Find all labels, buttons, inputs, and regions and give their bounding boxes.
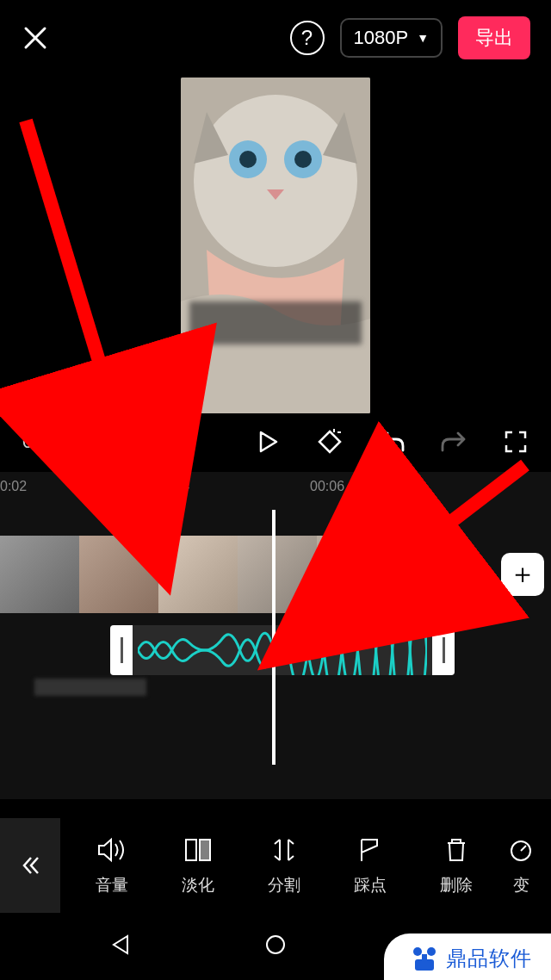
help-button[interactable]: ?	[290, 21, 325, 55]
tool-delete[interactable]: 删除	[413, 834, 499, 896]
tool-volume[interactable]: 音量	[69, 834, 155, 896]
nav-home[interactable]	[263, 933, 288, 960]
question-icon: ?	[301, 26, 313, 50]
tool-beat[interactable]: 踩点	[327, 834, 413, 896]
tool-split[interactable]: 分割	[241, 834, 327, 896]
timeline[interactable]: 0:02 00:04 00:06 ＋ 添加片 ＋	[0, 472, 551, 799]
audio-handle-right[interactable]	[432, 625, 455, 675]
add-clip-button[interactable]: ＋ 添加片 ＋	[418, 553, 544, 596]
watermark-logo-icon	[410, 944, 439, 973]
speed-icon	[505, 834, 536, 865]
video-preview-area[interactable]	[0, 76, 551, 420]
beat-icon	[355, 834, 386, 865]
svg-point-1	[194, 95, 357, 267]
svg-point-5	[294, 151, 312, 168]
keyframe-button[interactable]	[317, 429, 343, 455]
time-ruler: 0:02 00:04 00:06	[0, 472, 551, 498]
delete-icon	[441, 834, 472, 865]
resolution-select[interactable]: 1080P ▼	[340, 18, 443, 58]
svg-point-11	[413, 947, 422, 956]
nav-back[interactable]	[108, 933, 133, 960]
clip-thumb[interactable]	[79, 536, 158, 613]
svg-point-12	[427, 947, 436, 956]
waveform	[133, 625, 432, 675]
svg-point-3	[239, 151, 257, 168]
undo-button[interactable]	[379, 429, 405, 455]
caption-blur	[189, 301, 362, 344]
export-button[interactable]: 导出	[458, 16, 530, 59]
clip-thumb[interactable]	[238, 536, 317, 613]
video-preview	[181, 78, 370, 413]
tool-speed[interactable]: 变	[499, 834, 542, 896]
chevron-down-icon: ▼	[417, 31, 429, 45]
svg-rect-14	[422, 954, 427, 961]
plus-icon: ＋	[501, 553, 544, 596]
split-icon	[269, 834, 300, 865]
fullscreen-button[interactable]	[503, 429, 529, 455]
resolution-value: 1080P	[354, 27, 409, 49]
clip-thumb[interactable]	[158, 536, 238, 613]
audio-clip[interactable]	[110, 625, 455, 675]
close-button[interactable]	[21, 23, 50, 53]
time-display: 00:05 / 0:07	[22, 431, 122, 453]
redo-button[interactable]	[441, 429, 467, 455]
fade-icon	[183, 834, 214, 865]
playhead[interactable]	[272, 510, 276, 765]
svg-rect-7	[200, 840, 210, 860]
clip-thumb[interactable]	[0, 536, 79, 613]
watermark: 鼎品软件	[384, 933, 551, 980]
play-button[interactable]	[255, 429, 281, 455]
svg-rect-6	[186, 840, 196, 860]
collapse-button[interactable]	[0, 818, 60, 913]
tool-fade[interactable]: 淡化	[155, 834, 241, 896]
video-track[interactable]: ＋ 添加片 ＋	[0, 536, 551, 613]
svg-point-9	[267, 936, 284, 953]
volume-icon	[96, 834, 127, 865]
audio-track[interactable]	[0, 625, 551, 675]
audio-label-blur	[34, 679, 146, 696]
clip-thumb[interactable]	[317, 536, 396, 613]
audio-handle-left[interactable]	[110, 625, 133, 675]
